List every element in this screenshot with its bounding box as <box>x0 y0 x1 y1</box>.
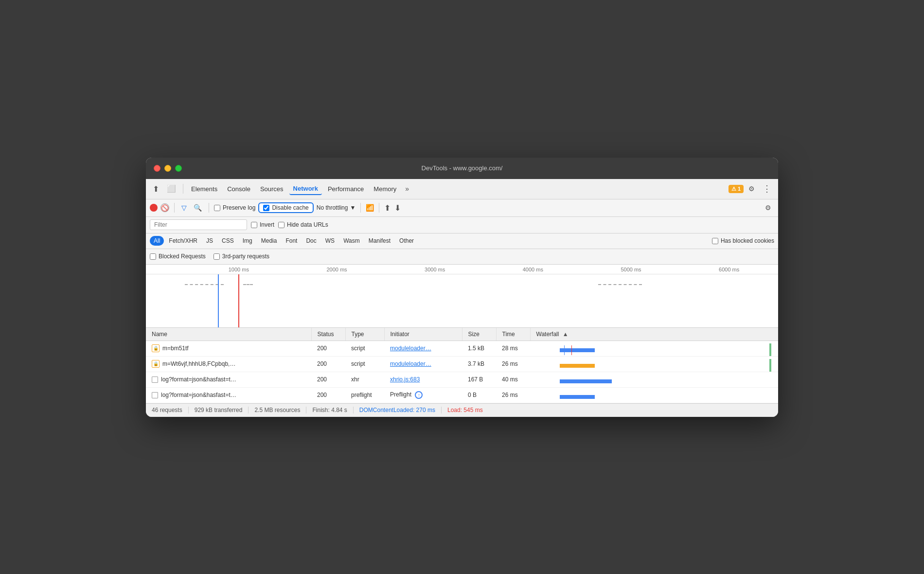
more-tabs-button[interactable]: » <box>402 183 412 195</box>
invert-label[interactable]: Invert <box>251 221 274 228</box>
tab-network[interactable]: Network <box>289 183 322 195</box>
ruler-mark-3: 3000 ms <box>386 267 484 272</box>
tab-sources[interactable]: Sources <box>256 183 287 195</box>
invert-text: Invert <box>260 221 274 228</box>
timeline-dashed-3 <box>598 284 642 285</box>
type-btn-ws[interactable]: WS <box>321 236 338 246</box>
network-settings-icon[interactable]: ⚙ <box>762 202 774 214</box>
ruler-mark-4: 4000 ms <box>484 267 582 272</box>
notification-badge[interactable]: ⚠ 1 <box>729 185 744 193</box>
has-blocked-cookies-label[interactable]: Has blocked cookies <box>712 237 774 244</box>
status-load: Load: 545 ms <box>442 407 489 413</box>
tab-console[interactable]: Console <box>223 183 254 195</box>
main-toolbar: ⬆ ⬜ Elements Console Sources Network Per… <box>146 179 778 199</box>
record-button[interactable] <box>150 204 158 212</box>
close-button[interactable] <box>154 165 160 172</box>
tab-memory[interactable]: Memory <box>370 183 400 195</box>
type-btn-all[interactable]: All <box>150 236 164 246</box>
type-btn-fetch[interactable]: Fetch/XHR <box>165 236 201 246</box>
settings-icon[interactable]: ⚙ <box>746 183 758 195</box>
type-btn-css[interactable]: CSS <box>218 236 238 246</box>
upload-icon: ⬆ <box>384 203 391 213</box>
throttling-select[interactable]: No throttling ▼ <box>317 204 356 211</box>
minimize-button[interactable] <box>164 165 171 172</box>
table-row[interactable]: log?format=json&hasfast=t… 200 preflight… <box>146 387 778 403</box>
disable-cache-text: Disable cache <box>272 204 308 211</box>
toolbar-separator-3 <box>209 203 209 213</box>
initiator-link-2[interactable]: moduleloader… <box>390 360 431 367</box>
cell-initiator: moduleloader… <box>384 356 462 372</box>
initiator-link[interactable]: moduleloader… <box>390 345 431 352</box>
blocked-requests-label[interactable]: Blocked Requests <box>150 253 206 260</box>
type-btn-wasm[interactable]: Wasm <box>339 236 364 246</box>
col-time[interactable]: Time <box>496 328 530 341</box>
notification-icon: ⚠ <box>731 186 736 192</box>
disable-cache-label[interactable]: Disable cache <box>263 204 308 211</box>
lock-icon-2: 🔒 <box>152 360 160 368</box>
devtools-window: DevTools - www.google.com/ ⬆ ⬜ Elements … <box>146 158 778 417</box>
cell-type: preflight <box>345 387 384 403</box>
window-title: DevTools - www.google.com/ <box>422 164 503 172</box>
disable-cache-wrapper: Disable cache <box>258 202 313 213</box>
col-name[interactable]: Name <box>146 328 311 341</box>
third-party-label[interactable]: 3rd-party requests <box>213 253 269 260</box>
ruler-mark-5: 5000 ms <box>582 267 680 272</box>
row-3-name: log?format=json&hasfast=t… <box>161 376 236 383</box>
network-table: Name Status Type Initiator Size Time Wat… <box>146 328 778 403</box>
cell-type: script <box>345 341 384 356</box>
col-waterfall[interactable]: Waterfall ▲ <box>530 328 778 341</box>
cell-waterfall <box>530 341 778 356</box>
hide-data-urls-label[interactable]: Hide data URLs <box>278 221 328 228</box>
disable-cache-checkbox[interactable] <box>263 205 269 211</box>
type-btn-manifest[interactable]: Manifest <box>365 236 394 246</box>
invert-checkbox[interactable] <box>251 222 257 228</box>
dom-value: 270 ms <box>416 407 435 413</box>
clear-button[interactable]: 🚫 <box>160 203 169 212</box>
type-btn-other[interactable]: Other <box>395 236 418 246</box>
filter-icon[interactable]: ▽ <box>179 203 189 213</box>
type-btn-media[interactable]: Media <box>257 236 281 246</box>
type-btn-js[interactable]: JS <box>202 236 217 246</box>
cell-status: 200 <box>311 387 345 403</box>
type-btn-doc[interactable]: Doc <box>302 236 320 246</box>
cursor-icon[interactable]: ⬆ <box>150 182 162 196</box>
blank-icon <box>152 377 158 383</box>
table-row[interactable]: 🔒 m=Wt6vjf,hhhU8,FCpbqb,… 200 script mod… <box>146 356 778 372</box>
waterfall-bar-2 <box>560 364 595 368</box>
type-btn-img[interactable]: Img <box>239 236 256 246</box>
tab-elements[interactable]: Elements <box>187 183 221 195</box>
table-row[interactable]: 🔒 m=bm51tf 200 script moduleloader… 1.5 … <box>146 341 778 356</box>
preserve-log-checkbox[interactable] <box>214 205 220 211</box>
dom-label: DOMContentLoaded: <box>359 407 414 413</box>
initiator-text: Preflight <box>390 391 411 398</box>
col-type[interactable]: Type <box>345 328 384 341</box>
col-initiator[interactable]: Initiator <box>384 328 462 341</box>
throttling-label: No throttling <box>317 204 348 211</box>
cell-name: 🔒 m=Wt6vjf,hhhU8,FCpbqb,… <box>146 356 311 372</box>
search-icon[interactable]: 🔍 <box>192 203 204 213</box>
cell-size: 3.7 kB <box>462 356 496 372</box>
cell-time: 26 ms <box>496 387 530 403</box>
filter-input[interactable] <box>150 219 247 230</box>
has-blocked-cookies-checkbox[interactable] <box>712 238 718 244</box>
device-toolbar-icon[interactable]: ⬜ <box>164 182 179 195</box>
col-size[interactable]: Size <box>462 328 496 341</box>
third-party-checkbox[interactable] <box>213 253 220 260</box>
hide-data-urls-checkbox[interactable] <box>278 222 284 228</box>
initiator-link-3[interactable]: xhrio.js:683 <box>390 376 420 383</box>
table-row[interactable]: log?format=json&hasfast=t… 200 xhr xhrio… <box>146 372 778 387</box>
type-btn-font[interactable]: Font <box>282 236 301 246</box>
status-finish: Finish: 4.84 s <box>306 407 353 413</box>
cell-waterfall <box>530 387 778 403</box>
timeline-red-line <box>238 274 239 328</box>
waterfall-vline-red <box>571 345 572 355</box>
tab-performance[interactable]: Performance <box>324 183 368 195</box>
blocked-requests-text: Blocked Requests <box>159 253 206 260</box>
traffic-lights <box>154 165 182 172</box>
third-party-text: 3rd-party requests <box>222 253 269 260</box>
more-options-icon[interactable]: ⋮ <box>760 181 774 196</box>
maximize-button[interactable] <box>175 165 182 172</box>
blocked-requests-checkbox[interactable] <box>150 253 156 260</box>
preserve-log-label[interactable]: Preserve log <box>214 204 255 211</box>
col-status[interactable]: Status <box>311 328 345 341</box>
